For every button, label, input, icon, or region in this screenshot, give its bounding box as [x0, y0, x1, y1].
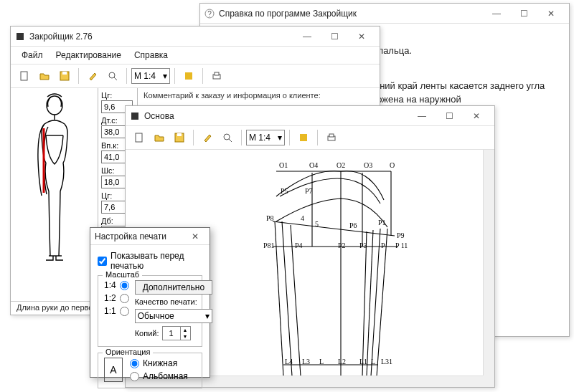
- zoom-button[interactable]: [103, 67, 122, 85]
- main-maximize-button[interactable]: ☐: [321, 28, 348, 45]
- new-button[interactable]: [15, 67, 34, 85]
- print-button[interactable]: [207, 67, 226, 85]
- svg-line-18: [229, 139, 232, 142]
- main-toolbar: М 1:4▾: [11, 64, 380, 88]
- svg-rect-14: [136, 133, 142, 142]
- help-title: Справка по программе Закройщик: [219, 9, 483, 19]
- svg-rect-3: [21, 72, 27, 80]
- scale-group: Масштаб 1:4 1:2 1:1 Дополнительно Качест…: [98, 275, 202, 347]
- osnova-zoom-button[interactable]: [218, 128, 237, 147]
- svg-rect-21: [329, 134, 334, 137]
- osnova-save-button[interactable]: [170, 128, 189, 147]
- osnova-open-button[interactable]: [150, 128, 169, 147]
- color-button[interactable]: [179, 67, 198, 85]
- scale-14-radio[interactable]: 1:4: [104, 280, 129, 290]
- svg-rect-19: [300, 134, 307, 141]
- scale-12-radio[interactable]: 1:2: [104, 293, 129, 303]
- osnova-color-button[interactable]: [294, 128, 313, 147]
- osnova-new-button[interactable]: [130, 128, 149, 147]
- brush-button[interactable]: [83, 67, 102, 85]
- print-title: Настройка печати: [95, 231, 185, 242]
- menu-file[interactable]: Файл: [15, 48, 50, 62]
- osnova-title: Основа: [144, 111, 408, 121]
- copies-spinner[interactable]: ▲▼: [162, 326, 191, 340]
- help-minimize-button[interactable]: —: [483, 5, 510, 22]
- svg-rect-16: [177, 133, 182, 136]
- osnova-print-button[interactable]: [322, 128, 341, 147]
- orientation-group: Ориентация A Книжная Альбомная: [98, 353, 202, 388]
- svg-point-17: [224, 134, 230, 140]
- main-close-button[interactable]: ✕: [348, 28, 375, 45]
- osnova-brush-button[interactable]: [198, 128, 217, 147]
- scale-11-radio[interactable]: 1:1: [104, 306, 129, 316]
- save-button[interactable]: [55, 67, 74, 85]
- app-icon: [15, 32, 25, 42]
- help-icon: ?: [204, 9, 215, 19]
- svg-point-6: [109, 72, 115, 78]
- landscape-radio[interactable]: Альбомная: [130, 371, 188, 381]
- portrait-radio[interactable]: Книжная: [130, 358, 188, 368]
- osnova-icon: [130, 111, 140, 121]
- quality-select[interactable]: Обычное▾: [135, 309, 212, 323]
- menu-help[interactable]: Справка: [128, 48, 174, 62]
- osnova-titlebar[interactable]: Основа — ☐ ✕: [126, 106, 494, 126]
- osnova-scrollbar-v[interactable]: [483, 150, 494, 376]
- svg-rect-2: [17, 33, 24, 40]
- figure-pane: [11, 88, 98, 301]
- osnova-close-button[interactable]: ✕: [463, 107, 490, 125]
- svg-rect-10: [215, 72, 219, 75]
- print-close-button[interactable]: ✕: [185, 229, 205, 244]
- osnova-scale-select[interactable]: М 1:4▾: [246, 130, 285, 145]
- main-minimize-button[interactable]: —: [293, 28, 321, 45]
- open-button[interactable]: [35, 67, 54, 85]
- svg-rect-8: [185, 72, 192, 80]
- show-before-print-checkbox[interactable]: Показывать перед печатью: [98, 251, 202, 271]
- additional-button[interactable]: Дополнительно: [135, 280, 212, 295]
- page-portrait-icon: A: [104, 358, 123, 382]
- main-title: Закройщик 2.76: [29, 32, 293, 42]
- main-menubar: Файл Редактирование Справка: [11, 47, 380, 64]
- svg-rect-5: [62, 72, 67, 75]
- print-titlebar[interactable]: Настройка печати ✕: [90, 228, 210, 245]
- print-dialog: Настройка печати ✕ Показывать перед печа…: [90, 227, 210, 378]
- figure-silhouette: [15, 92, 94, 307]
- osnova-maximize-button[interactable]: ☐: [436, 107, 463, 125]
- scroll-corner: [483, 376, 494, 387]
- help-close-button[interactable]: ✕: [537, 5, 565, 22]
- help-titlebar[interactable]: ? Справка по программе Закройщик — ☐ ✕: [200, 4, 569, 24]
- svg-rect-13: [131, 113, 138, 120]
- menu-edit[interactable]: Редактирование: [50, 48, 128, 62]
- help-maximize-button[interactable]: ☐: [510, 5, 537, 22]
- osnova-toolbar: М 1:4▾: [126, 126, 494, 150]
- main-titlebar[interactable]: Закройщик 2.76 — ☐ ✕: [11, 27, 380, 47]
- osnova-minimize-button[interactable]: —: [408, 107, 436, 125]
- main-scale-select[interactable]: М 1:4▾: [131, 68, 170, 84]
- svg-line-7: [114, 77, 117, 80]
- svg-text:?: ?: [207, 10, 212, 18]
